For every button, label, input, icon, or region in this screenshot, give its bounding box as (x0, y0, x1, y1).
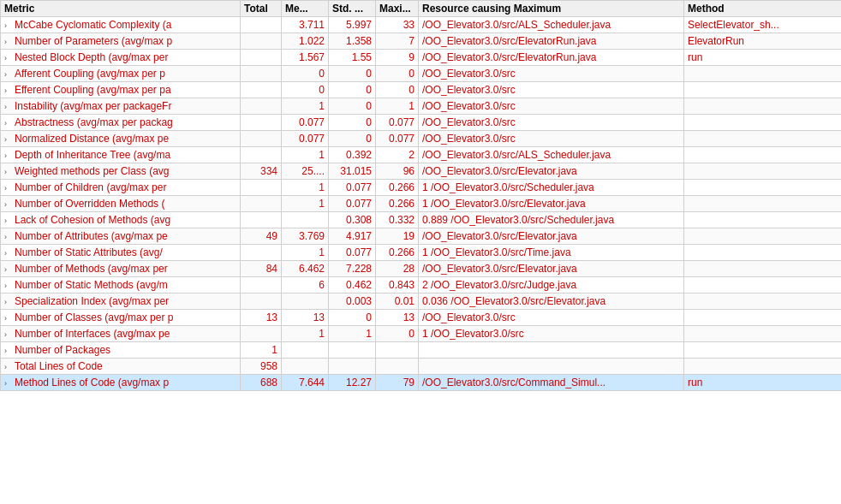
cell-method (684, 294, 842, 310)
expand-icon[interactable]: › (4, 103, 13, 111)
expand-icon[interactable]: › (4, 363, 13, 371)
header-max: Maxi... (376, 1, 419, 17)
table-row[interactable]: ›Efferent Coupling (avg/max per pa000/OO… (1, 82, 842, 98)
cell-method (684, 326, 842, 342)
cell-std (329, 342, 376, 359)
table-row[interactable]: ›Number of Overridden Methods (10.0770.2… (1, 196, 842, 212)
cell-method: SelectElevator_sh... (684, 17, 842, 33)
cell-method (684, 359, 842, 375)
cell-std: 0 (329, 131, 376, 147)
cell-metric: ›Number of Overridden Methods ( (1, 196, 241, 212)
cell-resource: /OO_Elevator3.0/src (419, 82, 684, 98)
table-row[interactable]: ›Number of Classes (avg/max per p1313013… (1, 310, 842, 326)
cell-total: 1 (241, 342, 282, 359)
expand-icon[interactable]: › (4, 135, 13, 144)
cell-max: 0 (376, 326, 419, 342)
expand-icon[interactable]: › (4, 314, 13, 323)
cell-metric: ›Number of Static Attributes (avg/ (1, 245, 241, 261)
cell-metric: ›Number of Classes (avg/max per p (1, 310, 241, 326)
cell-mean (282, 212, 329, 228)
table-row[interactable]: ›Total Lines of Code958 (1, 359, 842, 375)
cell-total (241, 98, 282, 115)
cell-std: 0 (329, 82, 376, 98)
table-row[interactable]: ›Number of Parameters (avg/max p1.0221.3… (1, 33, 842, 50)
cell-max: 0 (376, 82, 419, 98)
cell-max (376, 359, 419, 375)
expand-icon[interactable]: › (4, 38, 13, 46)
cell-method: run (684, 50, 842, 66)
cell-resource: /OO_Elevator3.0/src/Elevator.java (419, 228, 684, 245)
cell-max: 0.266 (376, 245, 419, 261)
expand-icon[interactable]: › (4, 151, 13, 160)
cell-max: 7 (376, 33, 419, 50)
cell-method: run (684, 375, 842, 391)
table-row[interactable]: ›Number of Static Attributes (avg/10.077… (1, 245, 842, 261)
cell-mean: 1 (282, 180, 329, 196)
cell-method (684, 98, 842, 115)
cell-total (241, 131, 282, 147)
expand-icon[interactable]: › (4, 347, 13, 355)
expand-icon[interactable]: › (4, 249, 13, 258)
cell-mean: 1.022 (282, 33, 329, 50)
cell-resource: /OO_Elevator3.0/src (419, 115, 684, 131)
table-row[interactable]: ›Number of Packages1 (1, 342, 842, 359)
table-row[interactable]: ›Number of Methods (avg/max per846.4627.… (1, 261, 842, 277)
table-row[interactable]: ›Number of Interfaces (avg/max pe1101 /O… (1, 326, 842, 342)
cell-resource: /OO_Elevator3.0/src (419, 310, 684, 326)
table-row[interactable]: ›Depth of Inheritance Tree (avg/ma10.392… (1, 147, 842, 163)
cell-total (241, 66, 282, 82)
cell-max: 33 (376, 17, 419, 33)
table-row[interactable]: ›Number of Attributes (avg/max pe493.769… (1, 228, 842, 245)
table-row[interactable]: ›Number of Static Methods (avg/m60.4620.… (1, 277, 842, 294)
cell-max: 0.843 (376, 277, 419, 294)
cell-total (241, 115, 282, 131)
expand-icon[interactable]: › (4, 216, 13, 225)
table-row[interactable]: ›Method Lines of Code (avg/max p6887.644… (1, 375, 842, 391)
cell-metric: ›Afferent Coupling (avg/max per p (1, 66, 241, 82)
table-row[interactable]: ›Lack of Cohesion of Methods (avg0.3080.… (1, 212, 842, 228)
expand-icon[interactable]: › (4, 298, 13, 306)
cell-max: 28 (376, 261, 419, 277)
cell-mean: 0.077 (282, 131, 329, 147)
cell-std (329, 359, 376, 375)
cell-mean: 1 (282, 326, 329, 342)
table-row[interactable]: ›Number of Children (avg/max per10.0770.… (1, 180, 842, 196)
table-row[interactable]: ›Nested Block Depth (avg/max per1.5671.5… (1, 50, 842, 66)
expand-icon[interactable]: › (4, 330, 13, 339)
cell-total (241, 196, 282, 212)
table-row[interactable]: ›Weighted methods per Class (avg33425...… (1, 163, 842, 180)
expand-icon[interactable]: › (4, 233, 13, 241)
table-row[interactable]: ›McCabe Cyclomatic Complexity (a3.7115.9… (1, 17, 842, 33)
cell-method (684, 163, 842, 180)
cell-mean: 1 (282, 196, 329, 212)
cell-total (241, 245, 282, 261)
expand-icon[interactable]: › (4, 70, 13, 79)
cell-metric: ›Normalized Distance (avg/max pe (1, 131, 241, 147)
cell-mean: 1 (282, 147, 329, 163)
expand-icon[interactable]: › (4, 379, 13, 388)
expand-icon[interactable]: › (4, 21, 13, 30)
expand-icon[interactable]: › (4, 282, 13, 290)
expand-icon[interactable]: › (4, 200, 13, 209)
table-row[interactable]: ›Normalized Distance (avg/max pe0.07700.… (1, 131, 842, 147)
cell-resource (419, 342, 684, 359)
expand-icon[interactable]: › (4, 184, 13, 193)
expand-icon[interactable]: › (4, 86, 13, 95)
table-row[interactable]: ›Abstractness (avg/max per packag0.07700… (1, 115, 842, 131)
table-row[interactable]: ›Specialization Index (avg/max per0.0030… (1, 294, 842, 310)
table-row[interactable]: ›Instability (avg/max per packageFr101/O… (1, 98, 842, 115)
cell-mean (282, 359, 329, 375)
header-std: Std. ... (329, 1, 376, 17)
cell-resource: /OO_Elevator3.0/src/Elevator.java (419, 261, 684, 277)
cell-max: 0.077 (376, 115, 419, 131)
cell-resource: /OO_Elevator3.0/src (419, 66, 684, 82)
expand-icon[interactable]: › (4, 54, 13, 62)
cell-method (684, 245, 842, 261)
expand-icon[interactable]: › (4, 119, 13, 127)
expand-icon[interactable]: › (4, 168, 13, 176)
cell-std: 0 (329, 66, 376, 82)
expand-icon[interactable]: › (4, 265, 13, 274)
table-row[interactable]: ›Afferent Coupling (avg/max per p000/OO_… (1, 66, 842, 82)
cell-method (684, 115, 842, 131)
cell-std: 5.997 (329, 17, 376, 33)
